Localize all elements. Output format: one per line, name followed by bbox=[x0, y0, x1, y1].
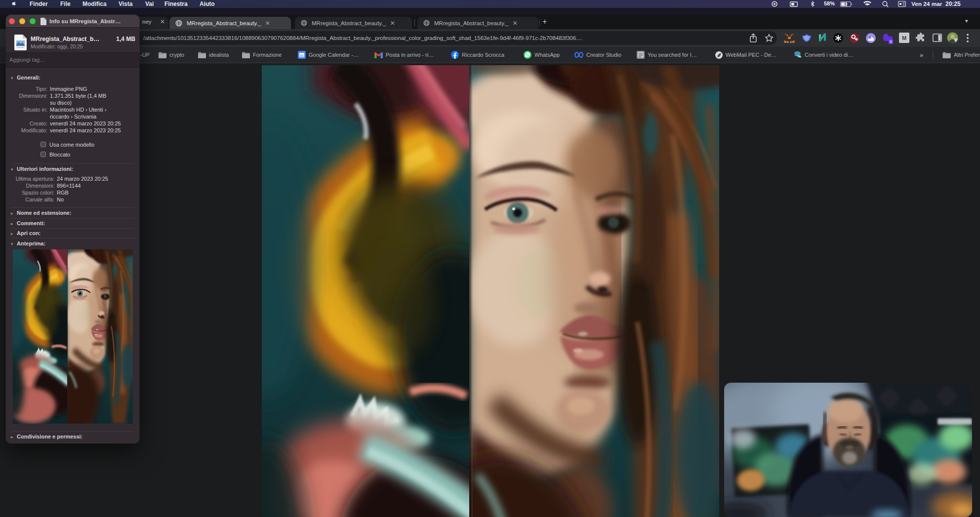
svg-text:5: 5 bbox=[890, 40, 892, 43]
svg-text:M: M bbox=[902, 35, 906, 41]
svg-text:31: 31 bbox=[300, 54, 304, 57]
